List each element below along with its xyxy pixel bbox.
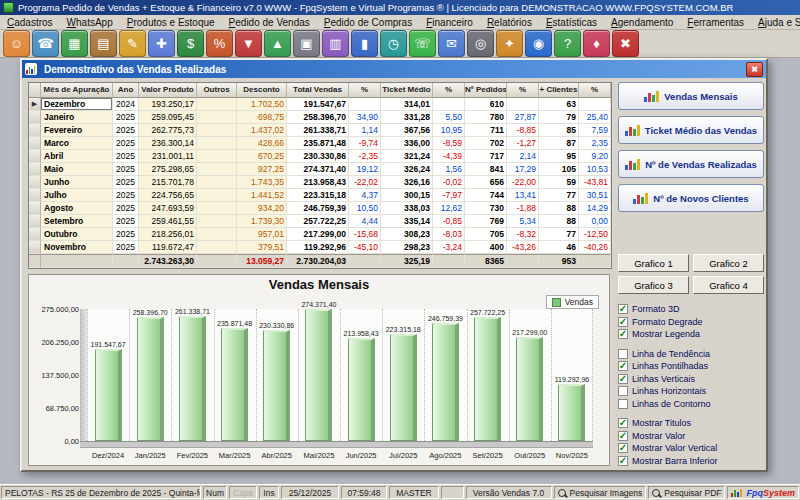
column-header-[interactable]: % [433,83,465,98]
graficos-icon[interactable]: ▮ [351,30,378,57]
sair-icon[interactable]: ✖ [612,30,639,57]
checkbox-mostrar-valor[interactable]: ✓Mostrar Valor [618,430,764,443]
table-row[interactable]: ▶Dezembro2024193.250,171.702,50191.547,6… [29,98,611,111]
child-window-titlebar[interactable]: Demonstrativo das Vendas Realizadas ✖ [22,60,766,78]
menu-relatorios[interactable]: Relatórios [480,17,539,28]
produtos-icon[interactable]: ▦ [61,30,88,57]
caixa-icon[interactable]: $ [177,30,204,57]
cell [349,98,381,111]
checkbox-linhas-pontilhadas[interactable]: ✓Linhas Pontilhadas [618,360,764,373]
table-row[interactable]: Junho2025215.701,781.743,35213.958,43-22… [29,176,611,189]
ticket-medio-das-vendas-button[interactable]: Ticket Médio das Vendas [618,116,764,144]
legend-swatch [552,298,561,307]
cell: 711 [465,124,507,137]
menu-cadastros[interactable]: Cadastros [0,17,60,28]
close-button[interactable]: ✖ [746,62,763,77]
column-header-total-vendas[interactable]: Total Vendas [287,83,349,98]
grafico-2-button[interactable]: Grafico 2 [693,254,764,272]
pesquisar-pdf-button[interactable]: Pesquisar PDF [648,486,725,499]
checkbox-linhas-verticais[interactable]: ✓Linhas Verticais [618,373,764,386]
checkbox-formato-3d[interactable]: ✓Formato 3D [618,303,764,316]
grafico-4-button[interactable]: Grafico 4 [693,276,764,294]
table-row[interactable]: Marco2025236.300,14428,66235.871,48-9,74… [29,137,611,150]
ajuda-icon[interactable]: ? [554,30,581,57]
ferramentas-icon[interactable]: ✦ [496,30,523,57]
total-cell: 2.730.204,03 [287,254,349,268]
contas-pagar-icon[interactable]: ▼ [235,30,262,57]
menu-pedido-de-vendas[interactable]: Pedido de Vendas [222,17,317,28]
internet-icon[interactable]: ◉ [525,30,552,57]
column-header-n-pedidos[interactable]: Nº Pedidos [465,83,507,98]
column-header-[interactable]: % [579,83,611,98]
menu-produtos-e-estoque[interactable]: Produtos e Estoque [120,17,222,28]
whatsapp-icon[interactable]: ☏ [409,30,436,57]
imprimir-icon[interactable]: ▣ [293,30,320,57]
orcamentos-icon[interactable]: ✚ [148,30,175,57]
menu-pedido-de-compras[interactable]: Pedido de Compras [317,17,419,28]
financeiro-icon[interactable]: % [206,30,233,57]
estoque-icon[interactable]: ▤ [90,30,117,57]
table-row[interactable]: Julho2025224.756,651.441,52223.315,184,3… [29,189,611,202]
cell: 258.396,70 [287,111,349,124]
app-title-bar[interactable]: Programa Pedido de Vendas + Estoque & Fi… [0,0,800,15]
table-row[interactable]: Novembro2025119.672,47379,51119.292,96-4… [29,241,611,254]
grafico-1-button[interactable]: Grafico 1 [618,254,689,272]
column-header-[interactable]: % [349,83,381,98]
status-date: 25/12/2025 [281,486,339,499]
cadastro-clientes-icon[interactable]: ☺ [3,30,30,57]
table-row[interactable]: Setembro2025259.461,551.739,30257.722,25… [29,215,611,228]
column-header-ticket-medio[interactable]: Ticket Médio [381,83,433,98]
table-row[interactable]: Maio2025275.298,65927,25274.371,4019,123… [29,163,611,176]
table-row[interactable]: Fevereiro2025262.775,731.437,02261.338,7… [29,124,611,137]
n-de-vendas-realizadas-button[interactable]: Nº de Vendas Realizadas [618,150,764,178]
status-version: Versão Vendas 7.0 [466,486,552,499]
checkbox-mostrar-barra-inferior[interactable]: ✓Mostrar Barra Inferior [618,455,764,468]
email-icon[interactable]: ✉ [438,30,465,57]
contas-receber-icon[interactable]: ▲ [264,30,291,57]
pesquisar-icon[interactable]: ◎ [467,30,494,57]
n-de-novos-clientes-button[interactable]: Nº de Novos Clientes [618,184,764,212]
column-header-clientes[interactable]: + Clientes [539,83,579,98]
status-num-lock: Num [203,486,227,499]
chart-bar [263,330,290,441]
seguranca-icon[interactable]: ♦ [583,30,610,57]
cell: 5,34 [507,215,539,228]
table-row[interactable]: Janeiro2025259.095,45698,75258.396,7034,… [29,111,611,124]
checkbox-linhas-de-contorno[interactable]: Linhas de Contorno [618,398,764,411]
chart-bar [474,317,501,441]
checkbox-label: Mostrar Barra Inferior [632,456,718,466]
column-header-mes-de-apuracao[interactable]: Mês de Apuração [41,83,113,98]
checkbox-box: ✓ [618,304,628,314]
relatorios-icon[interactable]: ▥ [322,30,349,57]
checkbox-mostrar-valor-vertical[interactable]: ✓Mostrar Valor Vertical [618,442,764,455]
chart-bar [95,349,122,441]
agenda-icon[interactable]: ◷ [380,30,407,57]
table-row[interactable]: Outubro2025218.256,01957,01217.299,00-15… [29,228,611,241]
checkbox-linha-de-tendencia[interactable]: Linha de Tendência [618,348,764,361]
menu-agendamento[interactable]: Agendamento [604,17,680,28]
column-header-valor-produto[interactable]: Valor Produto [139,83,197,98]
menu-estatisticas[interactable]: Estatísticas [539,17,604,28]
column-header-ano[interactable]: Ano [113,83,139,98]
menu-financeiro[interactable]: Financeiro [419,17,480,28]
cell: 34,90 [349,111,381,124]
button-label: Nº de Novos Clientes [653,193,748,204]
column-header-desconto[interactable]: Desconto [237,83,287,98]
pedido-vendas-icon[interactable]: ✎ [119,30,146,57]
grafico-3-button[interactable]: Grafico 3 [618,276,689,294]
fornecedores-icon[interactable]: ☎ [32,30,59,57]
column-header-[interactable]: % [507,83,539,98]
menu-ajuda-e-suporte[interactable]: Ajuda e Suporte [751,17,800,28]
menu-ferramentas[interactable]: Ferramentas [680,17,751,28]
cell: 119.672,47 [139,241,197,254]
pesquisar-imagens-button[interactable]: Pesquisar Imagens [554,486,647,499]
checkbox-linhas-horizontais[interactable]: Linhas Horizontais [618,385,764,398]
table-row[interactable]: Agosto2025247.693,59934,20246.759,3910,5… [29,202,611,215]
checkbox-mostrar-titulos[interactable]: ✓Mostrar Titulos [618,417,764,430]
table-row[interactable]: Abril2025231.001,11670,25230.330,86-2,35… [29,150,611,163]
checkbox-mostrar-legenda[interactable]: ✓Mostrar Legenda [618,328,764,341]
vendas-mensais-button[interactable]: Vendas Mensais [618,82,764,110]
menu-whatsapp[interactable]: WhatsApp [60,17,120,28]
column-header-outros[interactable]: Outros [197,83,237,98]
checkbox-formato-degrade[interactable]: ✓Formato Degrade [618,316,764,329]
